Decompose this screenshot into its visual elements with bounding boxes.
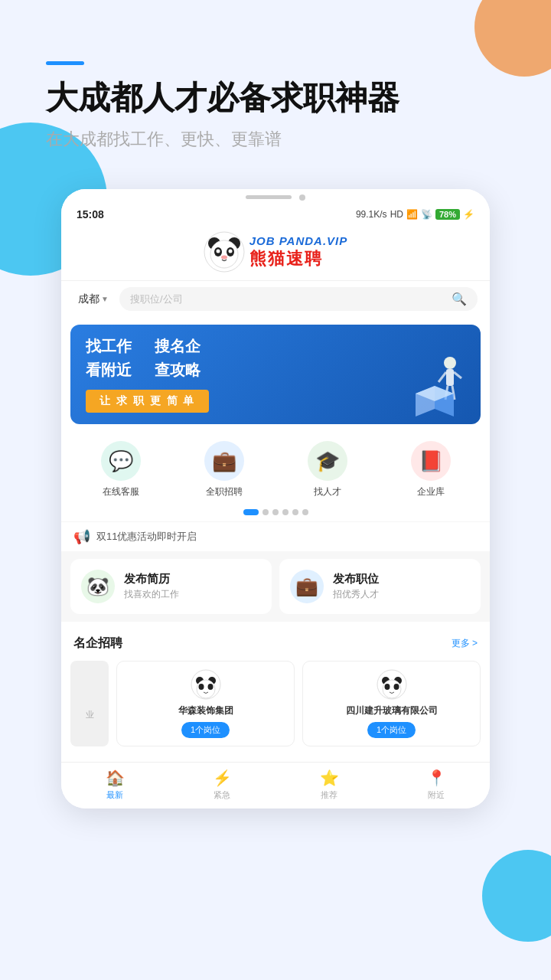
dot-6 [302, 509, 308, 515]
svg-point-28 [384, 684, 390, 690]
find-talent-icon: 🎓 [308, 441, 347, 481]
tab-urgent[interactable]: ⚡ 紧急 [213, 769, 232, 801]
famous-companies-header: 名企招聘 更多 > [61, 628, 490, 656]
svg-point-22 [198, 684, 204, 690]
announcement-bar: 📢 双11优惠活动即时开启 [61, 521, 490, 551]
dot-3 [272, 509, 279, 515]
chevron-down-icon: ▼ [101, 295, 109, 303]
tab-latest-label: 最新 [106, 789, 123, 801]
notch-dot [299, 194, 305, 201]
app-logo: JOB PANDA.VIP 熊猫速聘 [204, 231, 348, 273]
company-badge-1: 1个岗位 [181, 722, 230, 738]
tab-nearby-icon: 📍 [427, 769, 446, 787]
company-badge-2: 1个岗位 [367, 722, 416, 738]
logo-cn-text: 熊猫速聘 [249, 247, 323, 270]
logo-text: JOB PANDA.VIP 熊猫速聘 [249, 234, 348, 270]
app-logo-bar: JOB PANDA.VIP 熊猫速聘 [61, 225, 490, 281]
enterprise-lib-icon: 📕 [411, 441, 451, 481]
icon-item-fulltime[interactable]: 💼 全职招聘 [204, 441, 244, 498]
publish-resume-icon: 🐼 [81, 570, 115, 603]
svg-point-29 [393, 684, 399, 690]
icon-label-customer-service: 在线客服 [103, 485, 139, 498]
svg-point-23 [207, 684, 213, 690]
icon-item-find-talent[interactable]: 🎓 找人才 [308, 441, 347, 498]
svg-point-7 [228, 250, 232, 253]
page-title: 大成都人才必备求职神器 [46, 79, 505, 117]
icon-label-fulltime: 全职招聘 [206, 485, 243, 498]
dot-5 [292, 509, 298, 515]
panda-icon [204, 231, 245, 273]
promo-banner[interactable]: 找工作 搜名企 看附近 查攻略 让 求 职 更 简 单 [70, 325, 481, 424]
search-input-wrap[interactable]: 搜职位/公司 🔍 [119, 287, 478, 311]
banner-button[interactable]: 让 求 职 更 简 单 [86, 390, 209, 413]
banner-item-1: 找工作 [86, 336, 132, 357]
svg-point-6 [216, 250, 220, 253]
banner-item-3: 看附近 [86, 360, 132, 381]
carousel-dots [61, 503, 490, 521]
announcement-icon: 📢 [73, 528, 90, 545]
customer-service-icon: 💬 [101, 441, 141, 481]
banner-text: 找工作 搜名企 看附近 查攻略 让 求 职 更 简 单 [70, 325, 481, 424]
status-charge-icon: ⚡ [463, 209, 474, 220]
dot-1 [243, 509, 259, 515]
tab-urgent-label: 紧急 [214, 789, 230, 801]
banner-row1: 找工作 搜名企 [86, 336, 481, 357]
status-icons: 99.1K/s HD 📶 📡 78% ⚡ [356, 209, 474, 220]
status-time: 15:08 [77, 208, 104, 220]
phone-mockup: 15:08 99.1K/s HD 📶 📡 78% ⚡ [61, 189, 490, 808]
battery-badge: 78% [435, 209, 460, 220]
section-more-link[interactable]: 更多 > [452, 637, 478, 650]
svg-point-3 [210, 240, 238, 268]
logo-en-text: JOB PANDA.VIP [249, 234, 348, 247]
status-signal-icon: 📶 [406, 209, 418, 220]
svg-point-8 [221, 256, 227, 260]
page-subtitle: 在大成都找工作、更快、更靠谱 [46, 128, 505, 151]
icon-item-customer-service[interactable]: 💬 在线客服 [101, 441, 141, 498]
svg-point-27 [383, 680, 401, 698]
announcement-text: 双11优惠活动即时开启 [96, 530, 197, 544]
search-placeholder: 搜职位/公司 [130, 292, 447, 306]
tab-nearby[interactable]: 📍 附近 [427, 769, 446, 801]
publish-job-texts: 发布职位 招优秀人才 [333, 572, 379, 601]
icon-label-find-talent: 找人才 [314, 485, 341, 498]
svg-point-21 [197, 680, 215, 698]
city-selector[interactable]: 成都 ▼ [73, 289, 113, 309]
quick-actions: 🐼 发布简历 找喜欢的工作 💼 发布职位 招优秀人才 [61, 551, 490, 622]
header-bar-decoration [46, 61, 84, 65]
publish-job-icon: 💼 [290, 570, 324, 603]
company-name-2: 四川建升玻璃有限公司 [346, 704, 438, 717]
tab-nearby-label: 附近 [428, 789, 445, 801]
tab-recommend-label: 推荐 [321, 789, 337, 801]
dot-4 [282, 509, 289, 515]
status-hd-icon: HD [390, 209, 403, 220]
bottom-tabs: 🏠 最新 ⚡ 紧急 ⭐ 推荐 📍 附近 [61, 762, 490, 808]
company-card-2[interactable]: 四川建升玻璃有限公司 1个岗位 [302, 661, 481, 746]
section-title-famous: 名企招聘 [73, 635, 122, 652]
icon-item-enterprise-lib[interactable]: 📕 企业库 [411, 441, 451, 498]
city-name: 成都 [78, 292, 99, 306]
publish-job-sub: 招优秀人才 [333, 588, 379, 601]
tab-recommend[interactable]: ⭐ 推荐 [320, 769, 339, 801]
tab-latest-icon: 🏠 [106, 769, 125, 787]
notch-bar [61, 189, 490, 201]
company-logo-2 [377, 669, 407, 700]
publish-resume-sub: 找喜欢的工作 [124, 588, 179, 601]
banner-row2: 看附近 查攻略 [86, 360, 481, 381]
icon-grid: 💬 在线客服 💼 全职招聘 🎓 找人才 📕 企业库 [61, 430, 490, 503]
icon-label-enterprise-lib: 企业库 [417, 485, 445, 498]
banner-item-4: 查攻略 [155, 360, 201, 381]
tab-latest[interactable]: 🏠 最新 [106, 769, 125, 801]
header-section: 大成都人才必备求职神器 在大成都找工作、更快、更靠谱 [0, 0, 551, 174]
tab-urgent-icon: ⚡ [213, 769, 232, 787]
status-wifi-icon: 📡 [421, 209, 432, 220]
company-card-1[interactable]: 华森装饰集团 1个岗位 [116, 661, 295, 746]
tab-recommend-icon: ⭐ [320, 769, 339, 787]
publish-job-card[interactable]: 💼 发布职位 招优秀人才 [279, 559, 481, 614]
stub-text: 业 [84, 703, 96, 704]
publish-resume-card[interactable]: 🐼 发布简历 找喜欢的工作 [70, 559, 272, 614]
publish-job-title: 发布职位 [333, 572, 379, 586]
status-bar: 15:08 99.1K/s HD 📶 📡 78% ⚡ [61, 201, 490, 225]
publish-resume-texts: 发布简历 找喜欢的工作 [124, 572, 179, 601]
battery-level: 78 [439, 210, 448, 219]
company-name-1: 华森装饰集团 [178, 704, 233, 717]
